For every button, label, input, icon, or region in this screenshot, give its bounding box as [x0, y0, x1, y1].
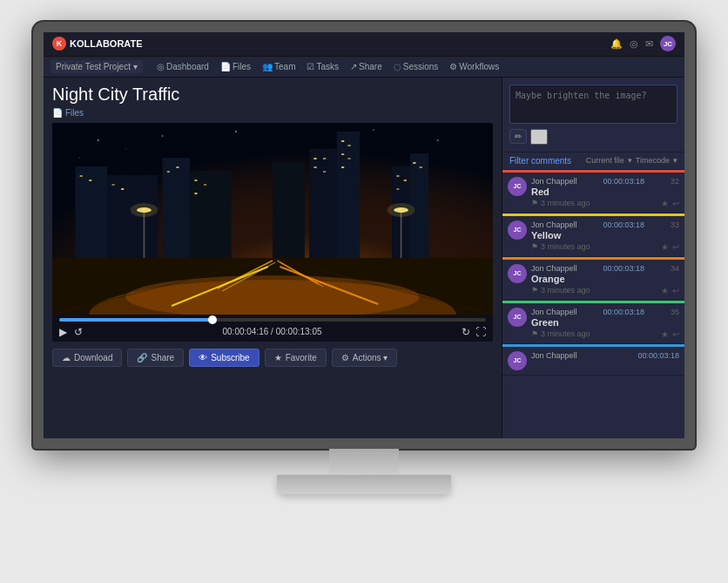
svg-rect-31	[420, 166, 422, 168]
reply-icon[interactable]: ↩	[672, 242, 679, 252]
svg-rect-28	[404, 180, 407, 181]
svg-rect-24	[341, 153, 344, 155]
play-button[interactable]: ▶	[59, 326, 67, 338]
comment-item: JC Jon Chappell 00:00:03:18 35 Green	[502, 301, 684, 344]
logo: K KOLLABORATE	[52, 37, 143, 51]
comment-number: 32	[671, 177, 679, 186]
svg-point-57	[388, 203, 415, 217]
nav-files[interactable]: 📄 Files	[215, 60, 256, 73]
nav-workflows[interactable]: ⚙ Workflows	[444, 60, 504, 73]
nav-items: ◎ Dashboard 📄 Files 👥 Team ☑ Tasks	[152, 60, 504, 73]
svg-rect-33	[204, 184, 206, 186]
notifications-icon[interactable]: 🔔	[610, 38, 623, 50]
favorite-button[interactable]: ★ Favorite	[265, 349, 327, 367]
comment-input-area: ✏	[502, 78, 684, 153]
color-picker[interactable]	[530, 129, 548, 145]
star-comment-icon[interactable]: ★	[661, 329, 669, 339]
actions-button[interactable]: ⚙ Actions ▾	[332, 349, 398, 367]
comment-user: Jon Chappell	[531, 177, 577, 186]
monitor-wrapper: K KOLLABORATE 🔔 ◎ ✉ JC Private Test Proj…	[24, 22, 704, 562]
comment-footer: ⚑ 3 minutes ago ★ ↩	[531, 199, 679, 208]
comment-header: Jon Chappell 00:00:03:18	[531, 351, 679, 360]
svg-point-5	[373, 129, 374, 131]
workflows-icon: ⚙	[449, 62, 457, 71]
video-scene[interactable]	[52, 123, 493, 315]
total-time: 00:00:13:05	[276, 327, 322, 336]
comment-user: Jon Chappell	[531, 351, 577, 360]
share-icon: ↗	[350, 62, 357, 71]
comment-ago: ⚑ 3 minutes ago	[531, 329, 590, 338]
project-selector[interactable]: Private Test Project ▾	[51, 60, 143, 73]
files-icon: 📄	[220, 62, 231, 71]
svg-rect-38	[121, 188, 124, 190]
messages-icon[interactable]: ✉	[645, 38, 653, 50]
comment-content: Jon Chappell 00:00:03:18 34 Orange ⚑ 3	[531, 264, 679, 295]
avatar: JC	[508, 177, 527, 196]
nav-tasks[interactable]: ☑ Tasks	[301, 60, 344, 73]
svg-rect-36	[176, 166, 179, 168]
svg-point-4	[235, 131, 237, 132]
download-button[interactable]: ☁ Download	[52, 349, 122, 367]
svg-point-8	[125, 148, 126, 149]
timecode-arrow: ▾	[673, 156, 677, 165]
controls-row: ▶ ↺ 00:00:04:16 / 00:00:13:05 ↻ ⛶	[59, 326, 486, 338]
comment-header: Jon Chappell 00:00:03:18 34	[531, 264, 679, 273]
share-button[interactable]: 🔗 Share	[127, 349, 184, 367]
nav-dashboard[interactable]: ◎ Dashboard	[152, 60, 214, 73]
star-comment-icon[interactable]: ★	[661, 199, 669, 208]
flag-icon: ⚑	[531, 286, 538, 295]
comment-body: JC Jon Chappell 00:00:03:18	[502, 347, 684, 375]
timecode-label[interactable]: Timecode	[636, 156, 670, 165]
svg-rect-34	[194, 193, 197, 194]
svg-point-6	[437, 139, 439, 141]
nav-sessions[interactable]: ◌ Sessions	[388, 60, 444, 73]
user-avatar[interactable]: JC	[660, 36, 676, 51]
reply-icon[interactable]: ↩	[672, 329, 679, 339]
nav-share[interactable]: ↗ Share	[345, 60, 388, 73]
ctrl-right: ↻ ⛶	[462, 326, 486, 338]
nav-team[interactable]: 👥 Team	[257, 60, 300, 73]
avatar: JC	[508, 351, 527, 370]
comment-tools: ✏	[509, 129, 677, 145]
video-controls: ▶ ↺ 00:00:04:16 / 00:00:13:05 ↻ ⛶	[52, 315, 493, 342]
comment-number: 33	[671, 220, 679, 229]
comment-actions: ★ ↩	[661, 199, 679, 208]
comment-input[interactable]	[509, 85, 677, 124]
video-player: ▶ ↺ 00:00:04:16 / 00:00:13:05 ↻ ⛶	[52, 123, 493, 342]
comment-header: Jon Chappell 00:00:03:18 35	[531, 308, 679, 316]
reply-icon[interactable]: ↩	[672, 199, 679, 208]
current-time: 00:00:04:16	[223, 327, 269, 336]
chevron-down-icon: ▾	[133, 62, 138, 71]
comment-body: JC Jon Chappell 00:00:03:18 33 Yellow	[502, 216, 684, 256]
right-panel: ✏ Filter comments Current file ▾ Timecod…	[502, 78, 684, 438]
comment-content: Jon Chappell 00:00:03:18 35 Green ⚑ 3 m	[531, 308, 679, 339]
fullscreen-icon[interactable]: ⛶	[475, 326, 486, 338]
comment-text: Yellow	[531, 230, 679, 241]
reply-icon[interactable]: ↩	[672, 286, 679, 295]
pencil-tool-button[interactable]: ✏	[509, 129, 527, 144]
progress-bar[interactable]	[59, 318, 486, 322]
flag-icon: ⚑	[531, 329, 538, 338]
video-title: Night City Traffic	[52, 85, 493, 105]
filter-comments-link[interactable]: Filter comments	[509, 156, 571, 166]
logo-text: KOLLABORATE	[70, 38, 143, 49]
comment-footer: ⚑ 3 minutes ago ★ ↩	[531, 286, 679, 295]
filter-options: Current file ▾ Timecode ▾	[586, 156, 677, 165]
avatar: JC	[508, 264, 527, 283]
svg-point-3	[161, 135, 163, 137]
svg-point-2	[98, 139, 99, 141]
subscribe-button[interactable]: 👁 Subscribe	[189, 349, 259, 367]
action-buttons: ☁ Download 🔗 Share 👁 Subscribe ★	[52, 349, 493, 367]
current-file-label[interactable]: Current file	[586, 156, 624, 165]
star-comment-icon[interactable]: ★	[661, 286, 669, 295]
avatar: JC	[508, 220, 527, 240]
svg-point-54	[131, 203, 158, 217]
settings-icon[interactable]: ◎	[630, 38, 638, 50]
comment-header: Jon Chappell 00:00:03:18 32	[531, 177, 679, 186]
rewind-button[interactable]: ↺	[74, 326, 83, 338]
star-comment-icon[interactable]: ★	[661, 242, 669, 252]
main-content: Night City Traffic 📄 Files	[44, 78, 684, 438]
loop-icon[interactable]: ↻	[462, 326, 470, 338]
breadcrumb[interactable]: 📄 Files	[52, 108, 493, 118]
comment-text: Red	[531, 186, 679, 197]
